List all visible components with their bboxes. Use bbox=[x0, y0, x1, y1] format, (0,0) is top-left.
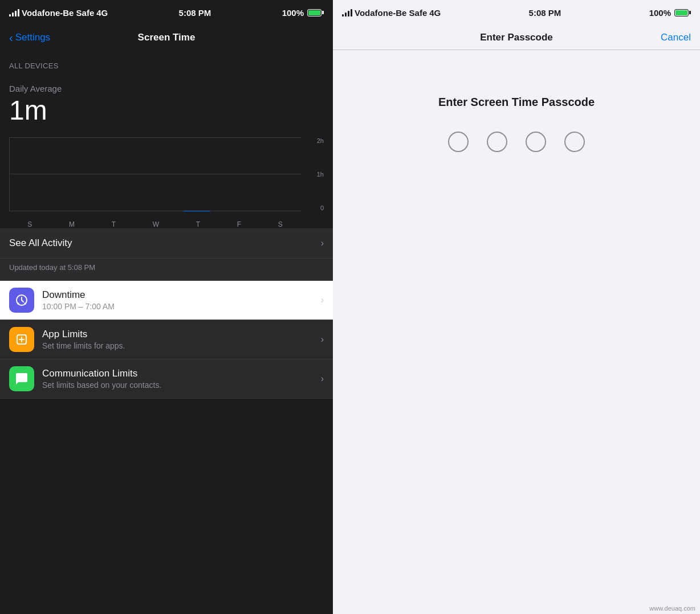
bar-m bbox=[62, 211, 89, 211]
bar-t1 bbox=[102, 211, 129, 211]
bar-s2 bbox=[263, 211, 291, 211]
passcode-dot-2 bbox=[487, 132, 507, 152]
daily-average-section: Daily Average 1m bbox=[0, 75, 333, 133]
r-signal-bar-2 bbox=[345, 13, 347, 17]
signal-icon bbox=[9, 9, 19, 17]
app-limits-text: App Limits Set time limits for apps. bbox=[42, 329, 313, 350]
right-network-text: 4G bbox=[429, 8, 441, 18]
comm-limits-chevron-icon: › bbox=[321, 374, 324, 384]
right-battery-fill bbox=[675, 10, 687, 15]
bar-group-t2 bbox=[177, 211, 216, 211]
downtime-icon bbox=[9, 288, 34, 313]
svg-point-1 bbox=[17, 302, 19, 305]
see-all-text: See All Activity bbox=[9, 238, 72, 249]
downtime-title: Downtime bbox=[42, 289, 313, 301]
r-signal-bar-4 bbox=[351, 9, 352, 17]
time-text: 5:08 PM bbox=[179, 8, 211, 18]
daily-average-value: 1m bbox=[9, 96, 324, 126]
chart-x-labels: S M T W T F S bbox=[9, 220, 301, 228]
back-chevron-icon: ‹ bbox=[9, 31, 13, 44]
y-label-2h: 2h bbox=[317, 137, 324, 144]
left-status-left: Vodafone-Be Safe 4G bbox=[9, 8, 108, 18]
passcode-dot-4 bbox=[564, 132, 585, 152]
x-label-s1: S bbox=[27, 220, 32, 228]
signal-bar-3 bbox=[15, 11, 17, 17]
daily-average-label: Daily Average bbox=[9, 84, 324, 93]
bar-t2 bbox=[183, 211, 210, 211]
battery-tip bbox=[322, 11, 324, 14]
downtime-text: Downtime 10:00 PM – 7:00 AM bbox=[42, 289, 313, 311]
menu-section: Downtime 10:00 PM – 7:00 AM › App Limi bbox=[0, 281, 333, 399]
right-status-right: 100% bbox=[649, 8, 691, 18]
battery-percent: 100% bbox=[282, 8, 304, 18]
chart-y-labels: 2h 1h 0 bbox=[317, 137, 324, 211]
right-nav-bar: Enter Passcode Cancel bbox=[333, 25, 700, 50]
bar-w bbox=[143, 211, 170, 211]
passcode-prompt-title: Enter Screen Time Passcode bbox=[438, 96, 595, 109]
right-battery-body bbox=[674, 9, 689, 17]
app-limits-icon bbox=[9, 327, 34, 352]
passcode-content: Enter Screen Time Passcode bbox=[333, 50, 700, 603]
bar-group-s1 bbox=[16, 211, 55, 211]
see-all-section: See All Activity › Updated today at 5:08… bbox=[0, 228, 333, 281]
battery-body bbox=[307, 9, 321, 17]
bar-s1 bbox=[22, 211, 49, 211]
right-battery-icon bbox=[674, 9, 691, 17]
signal-bar-2 bbox=[12, 13, 14, 17]
y-label-0: 0 bbox=[317, 204, 324, 211]
r-signal-bar-1 bbox=[342, 14, 344, 17]
right-signal-icon bbox=[342, 9, 352, 17]
r-signal-bar-3 bbox=[348, 11, 349, 17]
screen-time-title: Screen Time bbox=[138, 32, 196, 43]
bar-group-f bbox=[217, 211, 257, 211]
svg-point-2 bbox=[24, 302, 26, 305]
right-status-bar: Vodafone-Be Safe 4G 5:08 PM 100% bbox=[333, 0, 700, 25]
see-all-row[interactable]: See All Activity › bbox=[0, 228, 333, 259]
enter-passcode-title: Enter Passcode bbox=[480, 32, 553, 43]
y-label-1h: 1h bbox=[317, 171, 324, 178]
x-label-m: M bbox=[69, 220, 75, 228]
all-devices-header: ALL DEVICES bbox=[0, 50, 333, 75]
x-label-s2: S bbox=[278, 220, 283, 228]
battery-fill bbox=[308, 10, 320, 15]
passcode-dot-1 bbox=[448, 132, 469, 152]
bar-group-t1 bbox=[96, 211, 136, 211]
cancel-button[interactable]: Cancel bbox=[661, 32, 691, 43]
passcode-dot-3 bbox=[526, 132, 546, 152]
x-label-t2: T bbox=[196, 220, 200, 228]
usage-chart: 2h 1h 0 bbox=[0, 133, 333, 228]
x-label-f: F bbox=[237, 220, 241, 228]
passcode-dots bbox=[448, 132, 585, 152]
back-button[interactable]: ‹ Settings bbox=[9, 31, 50, 44]
right-battery-percent: 100% bbox=[649, 8, 671, 18]
network-text: 4G bbox=[96, 8, 108, 18]
comm-limits-menu-item[interactable]: Communication Limits Set limits based on… bbox=[0, 359, 333, 399]
x-label-w: W bbox=[153, 220, 159, 228]
comm-limits-subtitle: Set limits based on your contacts. bbox=[42, 380, 313, 390]
bar-group-w bbox=[137, 211, 176, 211]
watermark: www.deuaq.com bbox=[333, 603, 700, 614]
comm-limits-title: Communication Limits bbox=[42, 368, 313, 379]
left-panel: Vodafone-Be Safe 4G 5:08 PM 100% ‹ Setti… bbox=[0, 0, 333, 614]
app-limits-chevron-icon: › bbox=[321, 334, 324, 345]
app-limits-subtitle: Set time limits for apps. bbox=[42, 341, 313, 350]
chart-area: 2h 1h 0 bbox=[9, 137, 324, 228]
updated-text: Updated today at 5:08 PM bbox=[0, 259, 333, 281]
comm-limits-icon bbox=[9, 366, 34, 391]
left-status-right: 100% bbox=[282, 8, 324, 18]
back-label: Settings bbox=[15, 32, 50, 43]
downtime-menu-item[interactable]: Downtime 10:00 PM – 7:00 AM › bbox=[0, 281, 333, 320]
right-status-left: Vodafone-Be Safe 4G bbox=[342, 8, 441, 18]
right-panel: Vodafone-Be Safe 4G 5:08 PM 100% Enter P… bbox=[333, 0, 700, 614]
app-limits-menu-item[interactable]: App Limits Set time limits for apps. › bbox=[0, 320, 333, 359]
right-time-text: 5:08 PM bbox=[529, 8, 561, 18]
x-label-t1: T bbox=[112, 220, 116, 228]
signal-bar-4 bbox=[18, 9, 19, 17]
bar-group-s2 bbox=[257, 211, 296, 211]
right-battery-tip bbox=[689, 11, 691, 14]
bar-f bbox=[223, 211, 250, 211]
app-limits-title: App Limits bbox=[42, 329, 313, 340]
downtime-chevron-icon: › bbox=[321, 295, 324, 305]
battery-icon bbox=[307, 9, 324, 17]
left-status-bar: Vodafone-Be Safe 4G 5:08 PM 100% bbox=[0, 0, 333, 25]
